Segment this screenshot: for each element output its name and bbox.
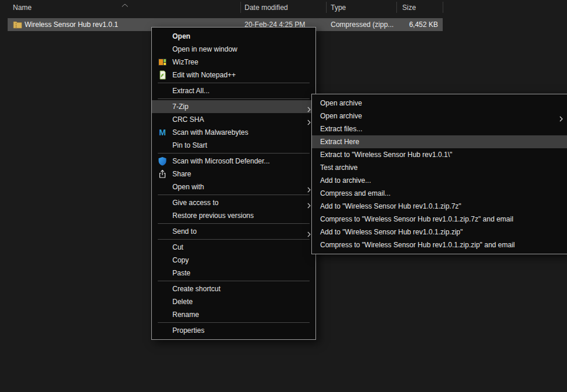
- column-divider[interactable]: [240, 2, 241, 13]
- menu-item-label: Delete: [172, 298, 193, 306]
- malwarebytes-icon: M: [158, 128, 167, 137]
- menu-item-send-to[interactable]: Send to: [152, 225, 315, 238]
- column-divider[interactable]: [326, 2, 327, 13]
- menu-item-label: Add to "Wireless Sensor Hub rev1.0.1.zip…: [320, 202, 461, 210]
- submenu-7zip: Open archive Open archive Extract files.…: [311, 94, 567, 254]
- menu-item-label: Copy: [172, 256, 189, 264]
- submenu-item-open-archive[interactable]: Open archive: [312, 97, 567, 110]
- menu-item-label: CRC SHA: [172, 115, 204, 124]
- column-header-name[interactable]: Name: [13, 4, 32, 12]
- menu-separator: [158, 98, 310, 99]
- menu-item-open-in-new-window[interactable]: Open in new window: [152, 43, 315, 56]
- zip-file-icon: [13, 20, 22, 29]
- submenu-item-add-to-archive[interactable]: Add to archive...: [312, 174, 567, 187]
- menu-item-rename[interactable]: Rename: [152, 308, 315, 321]
- submenu-item-compress-and-email[interactable]: Compress and email...: [312, 187, 567, 200]
- menu-item-copy[interactable]: Copy: [152, 254, 315, 267]
- menu-item-properties[interactable]: Properties: [152, 324, 315, 337]
- defender-shield-icon: [158, 156, 167, 166]
- menu-item-label: Add to archive...: [320, 176, 371, 185]
- menu-separator: [158, 281, 310, 281]
- submenu-arrow-icon: [307, 117, 311, 122]
- submenu-arrow-icon: [559, 113, 563, 119]
- menu-item-label: Compress to "Wireless Sensor Hub rev1.0.…: [320, 215, 513, 223]
- menu-item-label: Add to "Wireless Sensor Hub rev1.0.1.zip…: [320, 228, 463, 236]
- menu-item-pin-to-start[interactable]: Pin to Start: [152, 139, 315, 152]
- menu-item-label: Open in new window: [172, 45, 237, 53]
- menu-item-label: Extract files...: [320, 125, 362, 133]
- menu-item-scan-with-microsoft-defender[interactable]: Scan with Microsoft Defender...: [152, 155, 315, 168]
- menu-item-give-access-to[interactable]: Give access to: [152, 196, 315, 209]
- menu-item-label: Extract All...: [172, 87, 209, 95]
- submenu-item-open-archive-as[interactable]: Open archive: [312, 110, 567, 122]
- submenu-arrow-icon: [307, 184, 311, 190]
- submenu-arrow-icon: [307, 104, 311, 110]
- menu-item-label: Open archive: [320, 112, 362, 120]
- menu-item-label: Extract to "Wireless Sensor Hub rev1.0.1…: [320, 151, 452, 159]
- submenu-item-compress-to-zip-and-email[interactable]: Compress to "Wireless Sensor Hub rev1.0.…: [312, 238, 567, 251]
- menu-item-share[interactable]: Share: [152, 168, 315, 180]
- submenu-item-extract-here[interactable]: Extract Here: [312, 135, 567, 148]
- menu-item-restore-previous-versions[interactable]: Restore previous versions: [152, 209, 315, 222]
- notepad-plus-plus-icon: [158, 70, 167, 80]
- submenu-item-add-to-zip[interactable]: Add to "Wireless Sensor Hub rev1.0.1.zip…: [312, 226, 567, 238]
- submenu-arrow-icon: [307, 200, 311, 206]
- submenu-item-add-to-7z[interactable]: Add to "Wireless Sensor Hub rev1.0.1.zip…: [312, 200, 567, 213]
- file-explorer-window: Name Date modified Type Size Wireless Se…: [0, 0, 567, 392]
- menu-item-label: Paste: [172, 269, 191, 277]
- sort-ascending-icon: [121, 1, 128, 9]
- submenu-item-extract-to-folder[interactable]: Extract to "Wireless Sensor Hub rev1.0.1…: [312, 148, 567, 161]
- menu-item-open-with[interactable]: Open with: [152, 180, 315, 193]
- menu-item-label: Send to: [172, 227, 196, 236]
- menu-item-label: Extract Here: [320, 138, 359, 146]
- submenu-item-test-archive[interactable]: Test archive: [312, 161, 567, 174]
- menu-item-label: 7-Zip: [172, 103, 188, 111]
- share-icon: [158, 169, 167, 179]
- menu-item-crc-sha[interactable]: CRC SHA: [152, 113, 315, 126]
- menu-item-label: WizTree: [172, 58, 198, 66]
- menu-item-delete[interactable]: Delete: [152, 295, 315, 308]
- menu-item-scan-with-malwarebytes[interactable]: M Scan with Malwarebytes: [152, 126, 315, 139]
- column-header-date-modified[interactable]: Date modified: [245, 4, 288, 12]
- menu-item-paste[interactable]: Paste: [152, 267, 315, 279]
- column-header-size[interactable]: Size: [402, 4, 416, 12]
- menu-item-extract-all[interactable]: Extract All...: [152, 84, 315, 97]
- menu-separator: [158, 239, 310, 240]
- context-menu: Open Open in new window WizTree: [151, 27, 316, 340]
- column-divider[interactable]: [396, 2, 397, 13]
- submenu-item-compress-to-7z-and-email[interactable]: Compress to "Wireless Sensor Hub rev1.0.…: [312, 213, 567, 226]
- menu-separator: [158, 223, 310, 224]
- menu-item-edit-with-notepad-plus-plus[interactable]: Edit with Notepad++: [152, 69, 315, 81]
- menu-item-label: Give access to: [172, 199, 219, 207]
- menu-item-label: Properties: [172, 326, 205, 335]
- menu-separator: [158, 153, 310, 154]
- menu-separator: [158, 322, 310, 323]
- file-name: Wireless Sensor Hub rev1.0.1: [25, 18, 118, 31]
- column-divider[interactable]: [443, 2, 443, 13]
- menu-item-label: Open with: [172, 183, 204, 191]
- menu-item-wiztree[interactable]: WizTree: [152, 56, 315, 69]
- menu-item-label: Scan with Microsoft Defender...: [172, 157, 270, 165]
- svg-text:M: M: [159, 128, 166, 137]
- menu-item-label: Compress to "Wireless Sensor Hub rev1.0.…: [320, 241, 515, 249]
- menu-item-label: Pin to Start: [172, 141, 207, 149]
- menu-separator: [158, 83, 310, 83]
- menu-item-create-shortcut[interactable]: Create shortcut: [152, 282, 315, 295]
- menu-item-label: Restore previous versions: [172, 212, 254, 220]
- menu-item-cut[interactable]: Cut: [152, 241, 315, 254]
- menu-item-label: Open archive: [320, 99, 362, 107]
- menu-item-label: Scan with Malwarebytes: [172, 128, 248, 137]
- menu-item-label: Create shortcut: [172, 285, 220, 293]
- wiztree-icon: [158, 57, 167, 67]
- menu-item-7zip[interactable]: 7-Zip: [152, 100, 315, 113]
- submenu-item-extract-files[interactable]: Extract files...: [312, 122, 567, 135]
- menu-item-label: Open: [172, 32, 191, 40]
- menu-item-label: Edit with Notepad++: [172, 71, 236, 79]
- menu-item-label: Compress and email...: [320, 189, 391, 197]
- menu-separator: [158, 195, 310, 195]
- menu-item-open[interactable]: Open: [152, 30, 315, 43]
- column-header-type[interactable]: Type: [331, 4, 346, 12]
- file-size: 6,452 KB: [409, 18, 438, 31]
- menu-item-label: Cut: [172, 243, 184, 251]
- file-type: Compressed (zipp...: [331, 18, 393, 31]
